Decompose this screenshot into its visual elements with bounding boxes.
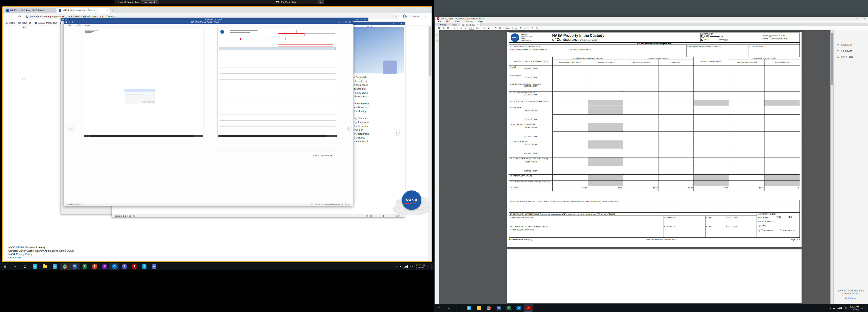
box18-name-cell[interactable]: 18. GOVERNMENT PROPERTY ADMINISTRATOR: a…: [509, 225, 663, 238]
table-cell-c[interactable]: [694, 140, 729, 149]
menu-help[interactable]: Help: [478, 20, 483, 23]
table-cell-b2[interactable]: [658, 115, 694, 123]
table-cell-a2[interactable]: [588, 83, 623, 92]
tray-expand-icon[interactable]: ∧: [395, 265, 397, 268]
scrollbar-thumb[interactable]: [429, 26, 431, 76]
search-icon[interactable]: ⌕: [454, 27, 455, 30]
table-cell-d2[interactable]: [765, 175, 800, 181]
table-cell-a2[interactable]: [588, 66, 623, 74]
menu-tools[interactable]: Tools: [75, 24, 81, 26]
table-cell-d1[interactable]: [729, 66, 765, 74]
page-number-input[interactable]: 1: [469, 27, 474, 30]
redo-icon[interactable]: ↻: [72, 21, 73, 23]
box18-signature-cell[interactable]: b. SIGNATURE: [663, 225, 706, 238]
clock[interactable]: 10:56 AM7/10/2019: [415, 264, 425, 269]
tab-close-icon[interactable]: ✕: [53, 9, 55, 11]
word-window-nf1018[interactable]: ▣ ↺ ↻ NF 1018 [Read-Only] - Word ▾ – □ ✕…: [64, 20, 353, 206]
contact-us-link[interactable]: Contact Us: [8, 256, 74, 259]
table-cell-b1[interactable]: [623, 106, 658, 115]
table-cell-c[interactable]: [694, 181, 729, 186]
start-button[interactable]: ⊞: [0, 265, 10, 268]
panel-collapse-icon[interactable]: ◂: [436, 188, 437, 191]
page-thumbnails-icon[interactable]: ❐: [435, 34, 439, 37]
minimize-icon[interactable]: –: [392, 22, 396, 25]
fill-sign-panel-item[interactable]: ✒ Fill & Sign: [834, 48, 868, 54]
zoom-level-dropdown[interactable]: 110%▾: [503, 27, 510, 29]
table-cell-d2[interactable]: [765, 149, 800, 157]
report-sep-checkbox[interactable]: [702, 35, 703, 37]
zoom-slider[interactable]: [324, 204, 340, 205]
yes-checkbox[interactable]: [776, 216, 778, 218]
task-view-button[interactable]: ❏: [20, 265, 30, 268]
save-icon[interactable]: ▣: [65, 21, 67, 23]
next-screen-button[interactable]: ›: [346, 125, 351, 131]
box18-telephone-cell[interactable]: d. TELEPHONE: [725, 225, 756, 238]
minimize-icon[interactable]: –: [355, 18, 359, 21]
close-icon[interactable]: ✕: [348, 21, 352, 23]
view-mode-icon[interactable]: ▥: [366, 215, 368, 217]
table-cell-b1[interactable]: [623, 140, 658, 149]
taskbar-app-word[interactable]: W: [70, 262, 80, 270]
table-cell-d1[interactable]: [729, 92, 765, 100]
view-mode-icon[interactable]: ▤: [370, 215, 372, 217]
attachments-icon[interactable]: ✇: [435, 40, 439, 42]
taskbar-app-file-explorer[interactable]: [474, 304, 484, 312]
table-cell-b1[interactable]: [623, 92, 658, 100]
unsatisfactory-checkbox[interactable]: [780, 229, 781, 231]
table-cell-a2[interactable]: [588, 115, 623, 123]
box17-signature-cell[interactable]: b. SIGNATURE: [663, 216, 706, 225]
zoom-out-icon[interactable]: −: [322, 203, 323, 206]
table-cell-d2[interactable]: [765, 100, 800, 106]
highlight-tool-icon[interactable]: ✎: [536, 27, 538, 30]
onedrive-icon[interactable]: ☁: [833, 307, 835, 309]
no-checkbox[interactable]: [788, 216, 789, 218]
tab-document[interactable]: NF 1018.pdf ✕: [460, 23, 480, 26]
table-cell-a2[interactable]: [588, 123, 623, 132]
tab-close-icon[interactable]: ✕: [106, 9, 108, 11]
bookmarks-apps-item[interactable]: ⊞Apps: [6, 22, 15, 24]
box1a-cell[interactable]: a. DEPUTY CHIEF FINANCIAL OFFICER (FINAN…: [509, 48, 567, 57]
taskbar-app-outlook[interactable]: O: [110, 262, 119, 270]
maximize-icon[interactable]: □: [359, 18, 363, 21]
table-cell-b2[interactable]: [658, 83, 694, 92]
table-cell-b1[interactable]: [623, 175, 658, 181]
table-cell-c[interactable]: [694, 106, 729, 115]
read-mode-icon[interactable]: ▤: [133, 215, 135, 217]
forward-icon[interactable]: →: [12, 15, 15, 18]
table-cell-b2[interactable]: [658, 149, 694, 157]
table-cell-b2[interactable]: [658, 166, 694, 175]
table-cell-a1[interactable]: [553, 123, 588, 132]
menu-view[interactable]: View: [85, 24, 90, 26]
next-screen-button[interactable]: ›: [394, 130, 400, 135]
table-cell-d2[interactable]: [765, 66, 800, 74]
clock[interactable]: 10:56 AM7/10/2019: [849, 306, 859, 310]
volume-icon[interactable]: ◁)): [844, 307, 847, 309]
table-cell-d2[interactable]: [765, 106, 800, 115]
table-cell-b2[interactable]: [658, 181, 694, 186]
taskbar-app-chrome[interactable]: [484, 304, 494, 312]
caret-down-icon[interactable]: ▾: [371, 25, 372, 27]
table-cell-a2[interactable]: [588, 166, 623, 175]
previous-screen-button[interactable]: ‹: [68, 125, 73, 131]
table-cell-d2[interactable]: [765, 157, 800, 166]
continuous-scroll-icon[interactable]: ≣: [520, 27, 522, 30]
table-cell-a2[interactable]: [588, 106, 623, 115]
table-cell-b1[interactable]: [623, 123, 658, 132]
table-cell-b2[interactable]: [658, 106, 694, 115]
table-cell-c[interactable]: [694, 74, 729, 83]
table-cell-b1[interactable]: [623, 83, 658, 92]
zoom-slider-thumb[interactable]: [332, 204, 333, 206]
report-final-checkbox[interactable]: [702, 39, 703, 41]
table-cell-d1[interactable]: [729, 166, 765, 175]
menu-file[interactable]: File: [68, 24, 71, 26]
close-icon[interactable]: ✕: [399, 22, 403, 25]
close-icon[interactable]: ✕: [363, 18, 367, 21]
table-cell-a1[interactable]: [553, 157, 588, 166]
taskbar-app-snipping-tool[interactable]: ✂: [149, 262, 159, 270]
table-cell-a1[interactable]: [553, 132, 588, 140]
table-cell-a2[interactable]: [588, 100, 623, 106]
table-cell-d2[interactable]: [765, 92, 800, 100]
table-cell-a2[interactable]: [588, 92, 623, 100]
sync-paused-chip[interactable]: Paused: [410, 15, 421, 18]
scrollbar-thumb[interactable]: [831, 33, 833, 85]
